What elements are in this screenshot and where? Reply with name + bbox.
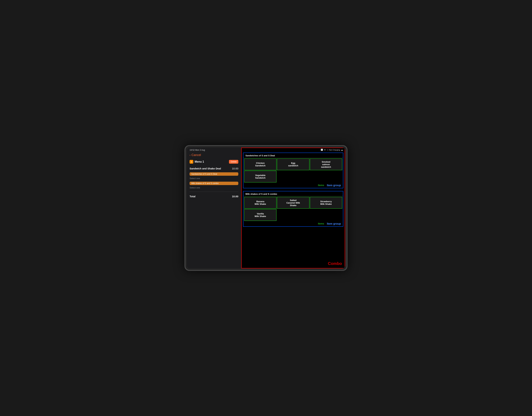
item-salted-caramel-shake[interactable]: SaltedCaramel MilkShake <box>277 197 309 209</box>
select-label-sandwiches: Select one <box>187 176 241 181</box>
total-row: Total 10.00 <box>187 193 241 200</box>
total-label: Total <box>190 195 196 198</box>
milkshakes-footer: Items Item group <box>243 222 343 226</box>
status-bar-right: ⬜ ⊗ ◁ Not Charging ▬ <box>242 148 345 151</box>
wifi-icon: ⊗ <box>324 149 326 151</box>
item-vegetable-sandwich[interactable]: VegetableSandwich <box>244 171 276 183</box>
group-tag-sandwiches[interactable]: Sandwiches of S and S Deal <box>190 172 238 176</box>
item-smoked-salmon[interactable]: Smokedsalmonsandwich <box>310 158 342 170</box>
back-chevron-icon: ‹ <box>190 154 190 157</box>
sandwiches-section: Sandwiches of S and S Deal ChickenSandwi… <box>243 153 343 188</box>
menu-name: Menu 1 <box>195 160 204 163</box>
cancel-label: Cancel <box>191 153 201 157</box>
select-label-milkshakes: Select one <box>187 186 241 190</box>
empty-cell-2 <box>310 171 342 183</box>
sandwiches-header: Sandwiches of S and S Deal <box>243 153 343 158</box>
item-strawberry-shake[interactable]: StrawberryMilk Shake <box>310 197 342 209</box>
group-tag-milkshakes[interactable]: Milk shakes of S and S combo <box>190 182 238 185</box>
deal-name: Sandwich and Shake Deal <box>190 167 221 170</box>
empty-cell-4 <box>310 209 342 221</box>
empty-cell-3 <box>277 209 309 221</box>
sandwiches-grid: ChickenSandwich Eggsandwich Smokedsalmon… <box>243 158 343 183</box>
item-banana-shake[interactable]: BananaMilk Shake <box>244 197 276 209</box>
milkshakes-grid: BananaMilk Shake SaltedCaramel MilkShake… <box>243 196 343 222</box>
right-panel: ⬜ ⊗ ◁ Not Charging ▬ Sandwiches of S and… <box>241 147 345 269</box>
deal-row: Sandwich and Shake Deal 10.00 <box>187 165 241 172</box>
cancel-button[interactable]: ‹ Cancel <box>187 152 241 158</box>
sandwiches-footer: Items Item group <box>243 183 343 188</box>
milkshakes-items-label: Items <box>318 222 324 225</box>
total-price: 10.00 <box>232 195 238 198</box>
milkshakes-header: Milk shakes of S and S combo <box>243 191 343 196</box>
battery-icon: ▬ <box>341 149 343 151</box>
not-charging-label: Not Charging <box>329 149 340 151</box>
item-vanilla-shake[interactable]: VanillaMilk Shake <box>244 209 276 221</box>
status-bar-left: 19:52 Mon 3 Aug <box>187 147 241 152</box>
menu-title: 1 Menu 1 <box>190 160 204 164</box>
deal-price: 10.00 <box>232 167 238 170</box>
empty-cell-1 <box>277 171 309 183</box>
menu-icon: 1 <box>190 160 193 164</box>
item-egg-sandwich[interactable]: Eggsandwich <box>277 158 309 170</box>
left-panel: 19:52 Mon 3 Aug ‹ Cancel 1 Menu 1 Delete… <box>187 147 241 269</box>
signal-icon: ◁ <box>327 149 328 151</box>
item-chicken-sandwich[interactable]: ChickenSandwich <box>244 158 276 170</box>
tablet-inner: 19:52 Mon 3 Aug ‹ Cancel 1 Menu 1 Delete… <box>187 147 345 269</box>
milkshakes-section: Milk shakes of S and S combo BananaMilk … <box>243 191 343 227</box>
sandwiches-item-group-label: Item group <box>327 184 341 187</box>
sandwiches-items-label: Items <box>318 184 324 187</box>
time-display: 19:52 Mon 3 Aug <box>190 149 205 151</box>
combo-label: Combo <box>328 261 342 266</box>
tablet-frame: 19:52 Mon 3 Aug ‹ Cancel 1 Menu 1 Delete… <box>184 145 348 271</box>
combo-label-area: Combo <box>242 228 345 268</box>
milkshakes-item-group-label: Item group <box>327 222 341 225</box>
delete-button[interactable]: Delete <box>229 160 238 164</box>
menu-row: 1 Menu 1 Delete <box>187 158 241 165</box>
monitor-icon: ⬜ <box>321 149 323 151</box>
